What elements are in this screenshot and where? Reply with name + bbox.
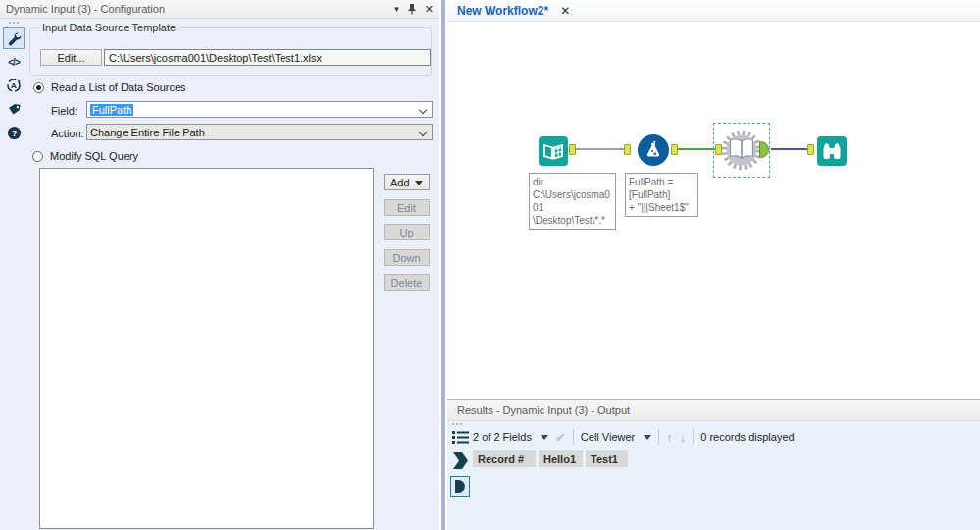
template-path-field[interactable]: C:\Users\jcosma001\Desktop\Test\Test1.xl… bbox=[104, 49, 431, 66]
add-button-label: Add bbox=[390, 177, 410, 188]
down-button[interactable]: Down bbox=[384, 249, 430, 266]
input-data-source-template-group: Input Data Source Template Edit... C:\Us… bbox=[29, 27, 432, 76]
action-combobox[interactable]: Change Entire File Path bbox=[86, 124, 433, 140]
wrench-icon bbox=[7, 31, 22, 46]
read-list-radio-row[interactable]: Read a List of Data Sources bbox=[33, 81, 186, 93]
toolbar-separator bbox=[693, 429, 694, 445]
modify-sql-radio-row[interactable]: Modify SQL Query bbox=[32, 150, 138, 162]
xml-icon: </> bbox=[8, 57, 19, 68]
cell-viewer-dropdown[interactable]: Cell Viewer bbox=[581, 431, 635, 443]
records-displayed-text: 0 records displayed bbox=[700, 431, 794, 443]
toolbar-separator bbox=[573, 429, 574, 445]
output-anchor-d-icon bbox=[455, 480, 465, 493]
svg-text:?: ? bbox=[11, 128, 17, 137]
configuration-tab-wrench[interactable] bbox=[3, 27, 25, 49]
formula-tool-icon bbox=[643, 139, 664, 161]
edit-button[interactable]: Edit bbox=[384, 199, 430, 216]
tag-icon bbox=[7, 102, 22, 117]
read-list-radio-label: Read a List of Data Sources bbox=[51, 81, 186, 93]
panel-close-icon[interactable]: ✕ bbox=[425, 3, 434, 16]
fields-dropdown[interactable]: 2 of 2 Fields bbox=[473, 431, 532, 443]
configuration-panel: Dynamic Input (3) - Configuration ▾ ✕ </… bbox=[0, 0, 439, 530]
results-toolbar: 2 of 2 Fields ✔ Cell Viewer ↑ ↓ 0 record… bbox=[473, 426, 795, 448]
modify-sql-radio-label: Modify SQL Query bbox=[50, 150, 138, 162]
add-dropdown-icon bbox=[415, 181, 423, 186]
alteryx-designer-window: Dynamic Input (3) - Configuration ▾ ✕ </… bbox=[0, 0, 980, 530]
results-input-anchor-icon[interactable] bbox=[453, 452, 468, 471]
dynamic-input-tool[interactable] bbox=[720, 129, 763, 174]
apply-check-icon[interactable]: ✔ bbox=[555, 430, 566, 445]
browse-tool-icon bbox=[820, 139, 844, 163]
formula-input-anchor[interactable] bbox=[624, 144, 631, 155]
pin-icon[interactable] bbox=[407, 3, 417, 15]
delete-button[interactable]: Delete bbox=[384, 274, 430, 291]
results-grip-dots[interactable] bbox=[452, 423, 462, 425]
annotation-tab[interactable]: A bbox=[3, 75, 25, 96]
results-metadata-icon[interactable] bbox=[452, 430, 469, 447]
column-header-hello1[interactable]: Hello1 bbox=[539, 450, 583, 467]
scroll-down-icon[interactable]: ↓ bbox=[680, 430, 687, 445]
chevron-down-icon bbox=[420, 107, 427, 114]
browse-input-anchor[interactable] bbox=[807, 144, 814, 155]
xml-view-tab[interactable]: </> bbox=[3, 51, 25, 73]
column-header-record[interactable]: Record # bbox=[473, 450, 536, 467]
panel-grip-dots[interactable] bbox=[9, 22, 19, 24]
action-combobox-value: Change Entire File Path bbox=[90, 127, 205, 138]
tag-tab[interactable] bbox=[3, 98, 25, 120]
up-button[interactable]: Up bbox=[384, 224, 430, 240]
results-output-anchor-button[interactable] bbox=[450, 476, 470, 497]
directory-output-anchor[interactable] bbox=[569, 144, 576, 155]
panel-menu-caret-icon[interactable]: ▾ bbox=[394, 4, 399, 14]
edit-template-button[interactable]: Edit... bbox=[40, 49, 102, 66]
scroll-up-icon[interactable]: ↑ bbox=[666, 430, 673, 445]
browse-tool[interactable] bbox=[817, 136, 847, 166]
formula-tool[interactable] bbox=[638, 134, 669, 166]
column-header-test1[interactable]: Test1 bbox=[586, 450, 628, 467]
annotation-icon: A bbox=[6, 78, 22, 93]
configuration-panel-header: Dynamic Input (3) - Configuration ▾ ✕ bbox=[0, 0, 439, 19]
formula-output-anchor[interactable] bbox=[671, 144, 678, 155]
connection-formula-dynamicinput[interactable] bbox=[678, 148, 715, 150]
dynamic-input-tool-icon bbox=[720, 129, 763, 172]
field-combobox-value: FullPath bbox=[90, 104, 133, 116]
toolbar-separator bbox=[658, 429, 659, 445]
help-icon: ? bbox=[7, 126, 22, 140]
vertical-splitter[interactable] bbox=[439, 0, 447, 530]
sql-query-listbox[interactable] bbox=[39, 168, 374, 529]
action-label: Action: bbox=[51, 128, 84, 139]
fields-dropdown-caret-icon[interactable] bbox=[541, 435, 548, 440]
chevron-down-icon bbox=[420, 130, 427, 136]
directory-tool[interactable] bbox=[539, 136, 568, 166]
results-panel-title: Results - Dynamic Input (3) - Output bbox=[457, 404, 630, 416]
directory-annotation[interactable]: dir C:\Users\jcosma001 \Desktop\Test\*.* bbox=[529, 173, 616, 230]
add-button[interactable]: Add bbox=[384, 174, 430, 190]
connection-directory-formula[interactable] bbox=[576, 148, 624, 150]
workflow-tab[interactable]: New Workflow2* bbox=[457, 4, 548, 18]
workflow-tab-bar: New Workflow2* ✕ bbox=[447, 0, 980, 22]
svg-text:A: A bbox=[11, 81, 17, 90]
workflow-tab-close-icon[interactable]: ✕ bbox=[560, 4, 570, 18]
configuration-icon-strip: </> A ? bbox=[0, 19, 27, 530]
field-combobox[interactable]: FullPath bbox=[86, 101, 433, 118]
formula-annotation[interactable]: FullPath = [FullPath] + "|||Sheet1$" bbox=[625, 173, 698, 217]
groupbox-label: Input Data Source Template bbox=[38, 22, 180, 33]
configuration-panel-title: Dynamic Input (3) - Configuration bbox=[6, 3, 394, 15]
help-tab[interactable]: ? bbox=[3, 122, 25, 143]
results-anchor-strip bbox=[447, 421, 473, 530]
results-panel-header: Results - Dynamic Input (3) - Output bbox=[447, 400, 980, 421]
results-panel: Results - Dynamic Input (3) - Output bbox=[447, 399, 980, 530]
cell-viewer-caret-icon[interactable] bbox=[644, 435, 651, 440]
directory-tool-icon bbox=[542, 139, 565, 163]
field-label: Field: bbox=[51, 105, 77, 117]
workflow-canvas[interactable]: New Workflow2* ✕ bbox=[447, 0, 980, 399]
read-list-radio[interactable] bbox=[33, 82, 44, 93]
modify-sql-radio[interactable] bbox=[32, 151, 43, 162]
connection-dynamicinput-browse[interactable] bbox=[771, 148, 807, 150]
